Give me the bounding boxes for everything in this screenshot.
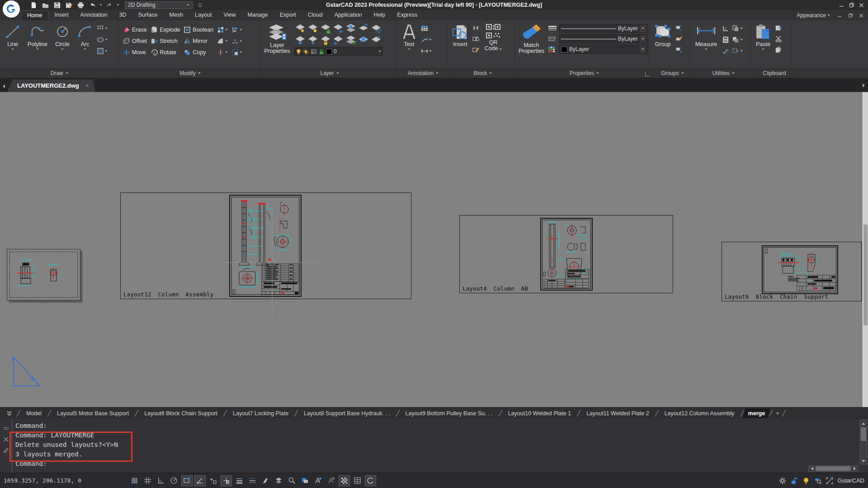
layout6-preview[interactable]: Layout6 Block Chain Support	[722, 242, 862, 301]
tab-express[interactable]: Express	[391, 10, 423, 20]
leader-button[interactable]	[421, 35, 432, 44]
customize-toolbar-icon[interactable]	[195, 1, 204, 9]
mirror-button[interactable]: Mirror	[184, 36, 213, 46]
minimize-button[interactable]	[836, 1, 846, 9]
scroll-left-icon[interactable]	[809, 466, 815, 471]
object-snap-tracking-toggle[interactable]	[221, 475, 232, 486]
layer-walk-button[interactable]	[332, 35, 344, 46]
point-multiple-button[interactable]	[97, 24, 108, 33]
save-icon[interactable]	[52, 1, 61, 9]
command-options-icon[interactable]	[3, 426, 9, 432]
scale-button[interactable]	[231, 48, 242, 57]
text-button[interactable]: Text	[400, 22, 418, 67]
ungroup-button[interactable]	[675, 23, 683, 33]
block-panel-label[interactable]: Block	[449, 69, 517, 78]
properties-dialog-launcher-icon[interactable]	[645, 72, 650, 76]
settings-gear-icon[interactable]	[779, 477, 786, 484]
boolean-button[interactable]: Boolean	[184, 25, 213, 34]
doc-tab-scroll-right[interactable]	[860, 80, 867, 91]
pencil-edit-icon[interactable]	[3, 447, 9, 453]
snap-settings-toggle[interactable]	[208, 475, 219, 486]
fillet-button[interactable]	[217, 37, 228, 46]
erase-button[interactable]: Erase	[123, 25, 147, 34]
layer-on-button[interactable]	[294, 23, 306, 34]
save-as-icon[interactable]	[64, 1, 73, 9]
tab-help[interactable]: Help	[368, 10, 392, 20]
command-history[interactable]: Command: Command: LAYOUTMERGE Delete unu…	[15, 421, 814, 469]
offset-button[interactable]: Offset	[123, 36, 147, 46]
hatch-button[interactable]	[97, 47, 108, 56]
appearance-menu[interactable]: Appearance	[797, 12, 830, 19]
linetype-select[interactable]: ByLayer	[559, 34, 648, 43]
break-button[interactable]	[231, 37, 242, 46]
match-properties-button[interactable]: Match Properties	[519, 22, 544, 67]
tab-layout9[interactable]: Layout9 Bottom Pulley Base Su. . .	[398, 408, 500, 418]
document-tab-active[interactable]: LAYOUTMERGE2.dwg ×	[7, 80, 95, 92]
tab-mesh[interactable]: Mesh	[163, 10, 189, 20]
doc-restore-button[interactable]	[845, 11, 855, 19]
command-window[interactable]: Command: Command: LAYOUTMERGE Delete unu…	[0, 419, 868, 473]
layer-previous-button[interactable]	[370, 23, 382, 34]
explode-button[interactable]: Explode	[151, 25, 180, 34]
feedback-search-icon[interactable]	[814, 477, 821, 484]
layer-thaw-button[interactable]	[307, 35, 319, 46]
line-button[interactable]: Line	[2, 22, 24, 67]
command-input-line[interactable]: Command:	[15, 459, 814, 469]
new-file-icon[interactable]	[29, 1, 38, 9]
tab-layout5[interactable]: Layout5 Motor Base Support	[50, 408, 136, 418]
tab-cloud[interactable]: Cloud	[302, 10, 329, 20]
cut-button[interactable]	[775, 34, 782, 43]
canvas-vertical-scrollbar[interactable]	[863, 92, 868, 407]
paste-button[interactable]: Paste	[753, 22, 773, 67]
copy-base-button[interactable]	[775, 45, 782, 54]
define-attribute-button[interactable]	[472, 23, 480, 33]
doc-tab-close-icon[interactable]: ×	[85, 82, 89, 89]
table-button[interactable]	[421, 24, 432, 33]
clean-screen-toggle[interactable]	[365, 475, 376, 486]
workspace-select[interactable]: 2D Drafting	[125, 1, 193, 9]
utilities-panel-label[interactable]: Utilities	[693, 69, 754, 78]
plot-icon[interactable]	[76, 1, 85, 9]
tab-layout8[interactable]: Layout8 Support Base Hydrauli. . .	[297, 408, 397, 418]
tab-model[interactable]: Model	[19, 408, 49, 418]
tab-layout10[interactable]: Layout10 Welded Plate 1	[501, 408, 578, 418]
stretch-button[interactable]: Stretch	[151, 36, 180, 46]
full-screen-icon[interactable]	[826, 477, 833, 484]
insert-button[interactable]: Insert	[450, 22, 471, 67]
annotation-visibility-toggle[interactable]	[312, 475, 324, 486]
layer-unlock-button[interactable]	[320, 23, 331, 34]
color-select[interactable]: ByLayer	[559, 45, 648, 54]
3d-object-snap-toggle[interactable]	[273, 475, 284, 486]
isolate-objects-toggle[interactable]	[352, 475, 363, 486]
tab-home[interactable]: Home	[21, 10, 48, 20]
command-vertical-scrollbar[interactable]	[860, 420, 867, 465]
array-button[interactable]	[217, 25, 228, 34]
doc-close-button[interactable]	[856, 11, 866, 19]
workspace-switch-toggle[interactable]	[299, 475, 311, 486]
layout4-preview[interactable]: Layout4 Column AB	[459, 215, 673, 293]
command-hscroll-thumb[interactable]	[816, 466, 851, 471]
snap-toggle[interactable]	[129, 475, 140, 486]
measure-button[interactable]: Measure	[693, 22, 719, 67]
tab-surface[interactable]: Surface	[132, 10, 163, 20]
layer-isolate-button[interactable]	[332, 23, 344, 34]
layer-vpfreeze-button[interactable]	[358, 35, 369, 46]
collapse-command-icon[interactable]	[0, 410, 18, 416]
lineweight-select[interactable]: ByLayer	[559, 24, 648, 33]
fast-select-button[interactable]	[732, 47, 743, 56]
unlock-icon[interactable]	[791, 477, 798, 484]
add-layout-tab[interactable]: +	[771, 408, 783, 418]
command-horizontal-scrollbar[interactable]	[808, 465, 858, 472]
scroll-right-icon[interactable]	[851, 466, 858, 471]
polar-tracking-toggle[interactable]	[168, 475, 179, 486]
lineweight-toggle[interactable]	[234, 475, 245, 486]
group-edit-button[interactable]	[675, 34, 683, 43]
qr-code-button[interactable]: QR Code	[481, 22, 505, 67]
open-file-icon[interactable]	[41, 1, 50, 9]
tab-layout12[interactable]: Layout12 Column Assembly	[657, 408, 742, 418]
groups-panel-label[interactable]: Groups	[652, 69, 693, 78]
close-button[interactable]	[856, 1, 866, 9]
rotate-button[interactable]: Rotate	[151, 47, 180, 57]
trim-button[interactable]	[217, 48, 228, 57]
scroll-down-icon[interactable]	[860, 458, 867, 464]
